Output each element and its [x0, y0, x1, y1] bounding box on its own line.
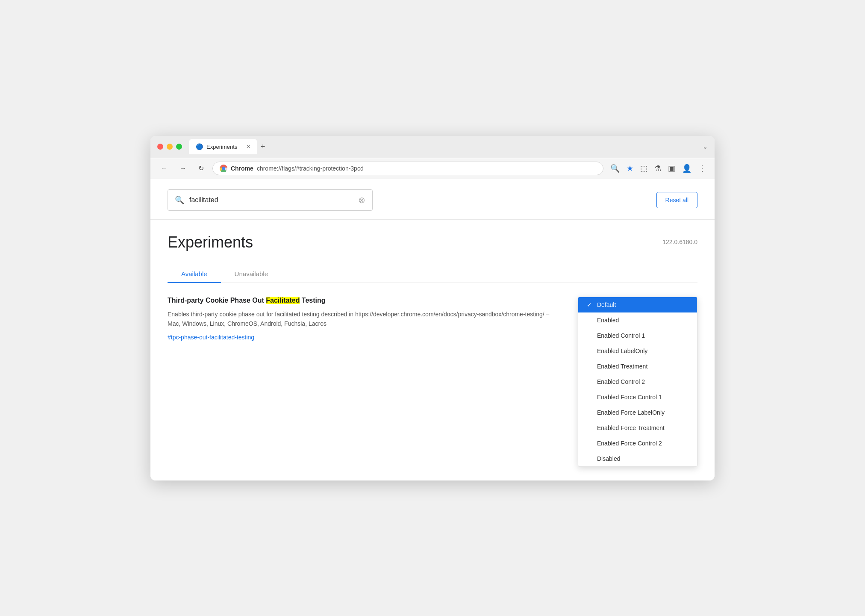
maximize-button[interactable]	[176, 144, 182, 150]
content-area: Experiments 122.0.6180.0 Available Unava…	[150, 220, 715, 480]
dropdown-option[interactable]: ✓Default	[578, 297, 697, 312]
reload-button[interactable]: ↻	[195, 162, 207, 174]
titlebar: 🔵 Experiments ✕ + ⌄	[150, 136, 715, 158]
new-tab-button[interactable]: +	[261, 142, 265, 151]
version-text: 122.0.6180.0	[662, 239, 697, 245]
forward-button[interactable]: →	[176, 163, 190, 174]
dropdown-option[interactable]: Enabled Control 1	[578, 328, 697, 343]
dropdown-option-label: Enabled Force Control 2	[597, 440, 662, 447]
page-title: Experiments	[168, 233, 253, 251]
dropdown-menu: ✓DefaultEnabledEnabled Control 1Enabled …	[578, 297, 697, 467]
dropdown-option-label: Disabled	[597, 455, 620, 462]
tab-bar: 🔵 Experiments ✕ +	[189, 139, 703, 154]
back-button[interactable]: ←	[157, 163, 171, 174]
address-bar[interactable]: Chrome chrome://flags/#tracking-protecti…	[212, 162, 603, 175]
tab-available[interactable]: Available	[168, 265, 221, 283]
chromelabs-icon[interactable]: ⚗	[653, 162, 663, 175]
dropdown-option-label: Default	[597, 301, 616, 308]
dropdown-option[interactable]: Enabled Force Control 2	[578, 436, 697, 451]
tabs-bar: Available Unavailable	[168, 265, 697, 283]
page-header: Experiments 122.0.6180.0	[168, 233, 697, 251]
profile-icon[interactable]: 👤	[680, 162, 693, 175]
nav-icons: 🔍 ★ ⬚ ⚗ ▣ 👤 ⋮	[609, 162, 708, 175]
dropdown-option[interactable]: Enabled LabelOnly	[578, 343, 697, 359]
bookmark-icon[interactable]: ★	[625, 162, 635, 175]
search-box[interactable]: 🔍 ⊗	[168, 189, 373, 211]
close-button[interactable]	[157, 144, 163, 150]
url-display: chrome://flags/#tracking-protection-3pcd	[257, 165, 364, 172]
experiment-link[interactable]: #tpc-phase-out-facilitated-testing	[168, 334, 254, 341]
dropdown-option[interactable]: Enabled	[578, 312, 697, 328]
active-tab[interactable]: 🔵 Experiments ✕	[189, 139, 257, 154]
browser-window: 🔵 Experiments ✕ + ⌄ ← → ↻ Chrome chrome:…	[150, 136, 715, 480]
chrome-logo-icon	[220, 165, 227, 172]
dropdown-option[interactable]: Enabled Force Control 1	[578, 389, 697, 405]
search-area: 🔍 ⊗ Reset all	[150, 179, 715, 220]
main-content: 🔍 ⊗ Reset all Experiments 122.0.6180.0 A…	[150, 179, 715, 480]
experiment-description: Enables third-party cookie phase out for…	[168, 309, 561, 329]
chrome-brand-label: Chrome	[231, 165, 253, 172]
navbar: ← → ↻ Chrome chrome://flags/#tracking-pr…	[150, 158, 715, 179]
dropdown-option[interactable]: Disabled	[578, 451, 697, 466]
dropdown-option[interactable]: Enabled Force LabelOnly	[578, 405, 697, 420]
dropdown-option-label: Enabled Control 2	[597, 378, 645, 385]
tab-close-button[interactable]: ✕	[246, 144, 250, 150]
experiment-title: Third-party Cookie Phase Out Facilitated…	[168, 297, 561, 304]
reset-all-button[interactable]: Reset all	[656, 192, 697, 208]
minimize-button[interactable]	[167, 144, 173, 150]
search-magnifier-icon: 🔍	[175, 195, 184, 205]
search-clear-icon[interactable]: ⊗	[358, 195, 365, 205]
dropdown-option-label: Enabled LabelOnly	[597, 348, 647, 354]
search-input[interactable]	[189, 196, 353, 204]
tab-title: Experiments	[206, 144, 237, 150]
dropdown-option-label: Enabled Force Control 1	[597, 394, 662, 401]
experiment-title-before: Third-party Cookie Phase Out	[168, 297, 266, 304]
dropdown-option-label: Enabled	[597, 317, 619, 324]
tab-unavailable[interactable]: Unavailable	[221, 265, 282, 283]
experiment-title-after: Testing	[300, 297, 325, 304]
window-menu-button[interactable]: ⌄	[703, 143, 708, 150]
traffic-lights	[157, 144, 182, 150]
dropdown-container: ✓DefaultEnabledEnabled Control 1Enabled …	[578, 297, 697, 467]
extensions-icon[interactable]: ⬚	[638, 162, 649, 175]
experiment-title-highlight: Facilitated	[266, 297, 300, 304]
dropdown-option-label: Enabled Treatment	[597, 363, 647, 370]
experiment-item: Third-party Cookie Phase Out Facilitated…	[168, 297, 697, 467]
tab-favicon: 🔵	[196, 143, 203, 150]
dropdown-option-label: Enabled Control 1	[597, 332, 645, 339]
dropdown-option[interactable]: Enabled Control 2	[578, 374, 697, 389]
split-view-icon[interactable]: ▣	[666, 162, 677, 175]
check-mark-icon: ✓	[587, 301, 594, 308]
dropdown-option-label: Enabled Force Treatment	[597, 424, 665, 431]
menu-icon[interactable]: ⋮	[697, 162, 708, 175]
search-lens-icon[interactable]: 🔍	[609, 162, 621, 175]
dropdown-option[interactable]: Enabled Force Treatment	[578, 420, 697, 436]
experiment-info: Third-party Cookie Phase Out Facilitated…	[168, 297, 561, 342]
dropdown-option[interactable]: Enabled Treatment	[578, 359, 697, 374]
dropdown-option-label: Enabled Force LabelOnly	[597, 409, 665, 416]
